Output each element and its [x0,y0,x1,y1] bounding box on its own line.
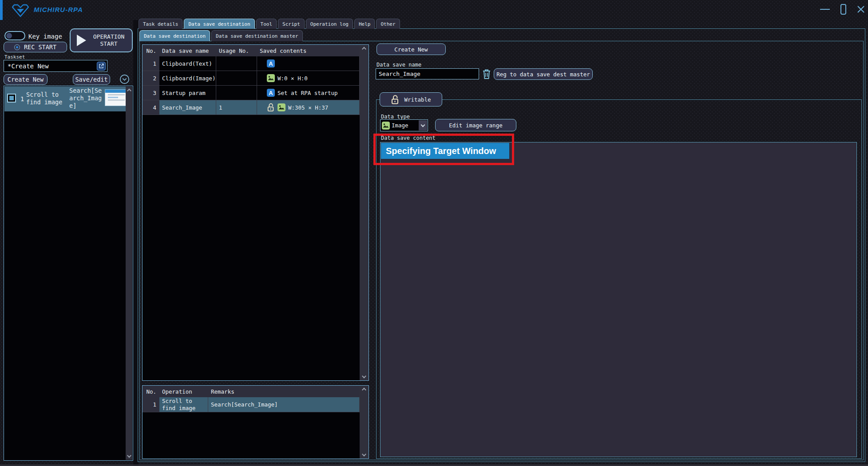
key-image-toggle[interactable] [4,31,25,40]
image-icon [267,74,275,82]
save-table-row-1[interactable]: 1 Clipboard(Text) A [143,56,360,71]
minimize-icon [820,9,830,10]
save-table-row-2[interactable]: 2 Clipboard(Image) W:0 × H:0 [143,71,360,86]
tab-task-details[interactable]: Task details [139,19,182,29]
key-image-label: Key image [28,33,62,40]
edit-image-range-button[interactable]: Edit image range [435,119,516,131]
tab-data-save-destination[interactable]: Data save destination [184,19,254,29]
minimize-button[interactable] [818,1,832,18]
operation-table-scrollbar[interactable] [360,386,369,458]
create-new-button[interactable]: Create New [4,74,48,85]
data-type-label: Data type [381,114,410,120]
tab-data-save-destination-master[interactable]: Data save destination master [211,30,302,41]
save-edit-button[interactable]: Save/edit [73,74,110,85]
task-remark: Search[Search_Image] [69,87,104,110]
close-icon [856,5,865,14]
image-icon [382,122,390,130]
close-button[interactable] [854,1,868,18]
writable-button[interactable]: Writable [380,92,442,107]
maximize-icon [840,4,846,15]
unlock-icon [267,103,275,112]
tab-help[interactable]: Help [354,19,375,29]
task-list: 1 Scroll to find image Search[Search_Ima… [4,86,133,461]
dropdown-chevron [419,120,427,130]
save-table-row-4[interactable]: 4 Search_Image 1 W:305 × H:37 [143,100,360,115]
task-list-item[interactable]: 1 Scroll to find image Search[Search_Ima… [4,87,126,111]
detail-create-new-button[interactable]: Create New [377,43,446,55]
text-icon: A [267,59,275,67]
task-checkbox[interactable] [7,94,16,103]
record-icon [14,44,20,50]
data-save-content-panel [380,142,857,457]
unlock-icon [391,94,400,105]
operation-table-header: No. Operation Remarks [143,386,360,397]
delete-icon[interactable] [482,68,491,80]
sub-tabs: Data save destinationData save destinati… [139,30,303,41]
titlebar-accent [0,0,3,20]
tab-tool[interactable]: Tool [256,19,277,29]
play-icon [75,34,87,47]
tab-operation-log[interactable]: Operation log [306,19,353,29]
task-thumbnail [105,89,128,106]
data-save-content-label: Data save content [381,135,436,141]
task-operation: Scroll to find image [26,91,64,106]
taskset-label: Taskset [4,54,25,60]
window-bottom-edge [0,465,868,466]
data-save-table-scrollbar[interactable] [360,45,369,380]
data-type-dropdown[interactable]: Image [380,119,428,131]
text-icon: A [267,89,275,97]
data-save-name-label: Data save name [377,62,421,68]
task-list-scrollbar[interactable] [126,87,132,460]
image-icon [277,103,285,111]
data-save-table: No. Data save name Usage No. Saved conte… [142,44,369,381]
maximize-button[interactable] [836,1,850,18]
app-logo-icon [12,3,29,18]
data-save-table-header: No. Data save name Usage No. Saved conte… [143,45,360,56]
reg-to-master-button[interactable]: Reg to data save dest master [494,68,593,80]
edit-taskset-icon[interactable] [97,62,106,71]
expand-chevron-button[interactable] [119,74,130,84]
data-save-name-input[interactable]: Search_Image [376,68,479,79]
main-tabs: Task detailsData save destinationToolScr… [139,19,400,29]
operation-start-button[interactable]: OPERATION START [70,28,133,52]
toggle-knob [6,33,12,39]
taskset-input[interactable]: *Create New [4,60,107,72]
operation-table: No. Operation Remarks 1 Scroll to find i… [142,385,369,459]
task-number: 1 [20,95,24,103]
app-title: MICHIRU-RPA [34,6,83,13]
save-table-row-3[interactable]: 3 Startup param ASet at RPA startup [143,86,360,100]
rec-start-button[interactable]: REC START [4,42,67,52]
specify-target-window-button[interactable]: Specifying Target Window [381,143,509,159]
app-window: MICHIRU-RPA Key image REC START OPERATIO… [0,0,868,466]
tab-other[interactable]: Other [376,19,400,29]
tab-data-save-destination[interactable]: Data save destination [139,30,210,41]
operation-table-row-1[interactable]: 1 Scroll to find image Search[Search_Ima… [143,397,360,412]
tab-script[interactable]: Script [278,19,305,29]
